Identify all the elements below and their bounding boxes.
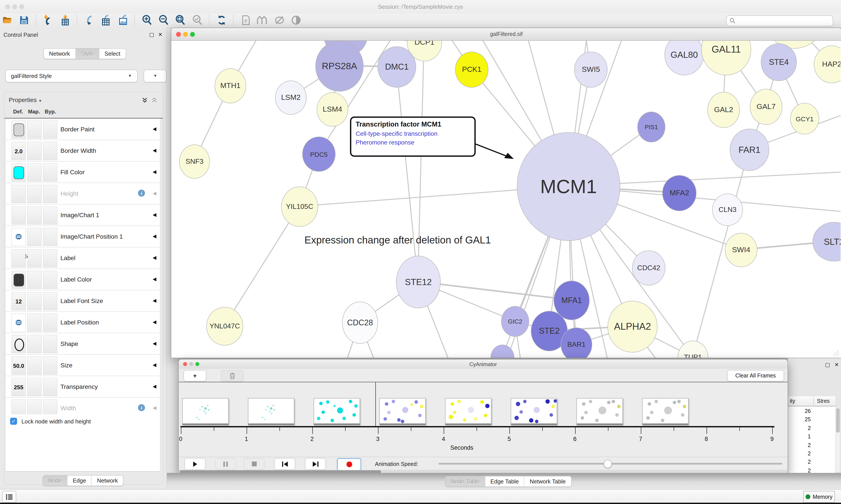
tab-network-table[interactable]: Network Table bbox=[524, 476, 571, 486]
property-row-height[interactable]: Heighti◀ bbox=[6, 183, 160, 204]
export-image-icon[interactable] bbox=[115, 14, 130, 27]
network-node-mfa2[interactable]: MFA2 bbox=[662, 175, 696, 211]
def-cell[interactable] bbox=[12, 271, 26, 289]
def-cell[interactable] bbox=[12, 228, 26, 246]
tab-select[interactable]: Select bbox=[99, 49, 125, 59]
default-value[interactable]: 255 bbox=[12, 384, 25, 391]
tab-edge-table[interactable]: Edge Table bbox=[485, 476, 524, 486]
cyanimator-timeline[interactable]: 0123456789 Seconds bbox=[179, 382, 788, 457]
expand-property-icon[interactable]: ◀ bbox=[153, 233, 156, 239]
def-cell[interactable]: 255 bbox=[12, 378, 26, 396]
network-node-gal2[interactable]: GAL2 bbox=[708, 92, 740, 128]
column-centrality[interactable]: ity bbox=[790, 398, 795, 404]
network-node-gcy1[interactable]: GCY1 bbox=[790, 103, 819, 134]
default-value-swatch[interactable] bbox=[14, 124, 24, 136]
position-icon[interactable] bbox=[15, 319, 22, 326]
network-node-ste12[interactable]: STE12 bbox=[396, 256, 441, 308]
network-node-alpha2[interactable]: ALPHA2 bbox=[608, 301, 658, 353]
network-node-gal7[interactable]: GAL7 bbox=[750, 89, 782, 125]
shape-ellipse-icon[interactable] bbox=[15, 339, 24, 351]
property-row-transparency[interactable]: 255Transparency◀ bbox=[6, 376, 160, 398]
network-node-gic2[interactable]: GIC2 bbox=[501, 306, 529, 337]
expand-property-icon[interactable]: ◀ bbox=[153, 126, 156, 132]
zoom-in-icon[interactable] bbox=[140, 14, 155, 27]
zoom-fit-icon[interactable] bbox=[173, 14, 188, 27]
info-icon[interactable]: i bbox=[138, 404, 145, 411]
animation-speed-slider[interactable] bbox=[439, 463, 782, 465]
byp-cell[interactable] bbox=[43, 313, 57, 332]
property-row-label-color[interactable]: Label Color◀ bbox=[6, 269, 160, 290]
table-scrollbar[interactable] bbox=[836, 407, 840, 472]
network-node-ynl047c[interactable]: YNL047C bbox=[206, 307, 243, 345]
property-row-border-paint[interactable]: Border Paint◀ bbox=[6, 119, 160, 140]
pause-button[interactable] bbox=[215, 458, 236, 470]
property-row-image-chart-1[interactable]: Image/Chart 1◀ bbox=[6, 204, 160, 226]
def-cell[interactable] bbox=[12, 249, 26, 268]
network-node-cdc28[interactable]: CDC28 bbox=[342, 302, 378, 344]
map-cell[interactable] bbox=[27, 249, 42, 268]
expand-property-icon[interactable]: ◀ bbox=[153, 405, 156, 411]
property-row-label[interactable]: ⁞›Label◀ bbox=[6, 247, 160, 269]
network-node-yil105c[interactable]: YIL105C bbox=[281, 186, 318, 227]
style-selector-dropdown[interactable]: galFiltered Style ▼ bbox=[5, 70, 138, 82]
network-node-cdc42[interactable]: CDC42 bbox=[632, 250, 665, 286]
network-node-pdc5[interactable]: PDC5 bbox=[302, 137, 336, 172]
expand-property-icon[interactable]: ◀ bbox=[153, 147, 156, 153]
new-table-icon[interactable] bbox=[99, 14, 113, 27]
byp-cell[interactable] bbox=[43, 271, 57, 289]
float-panel-icon[interactable]: ▢ bbox=[149, 32, 154, 38]
clipboard-icon[interactable] bbox=[238, 14, 253, 27]
resize-grip[interactable] bbox=[833, 350, 839, 356]
frame-thumbnail-7s[interactable] bbox=[642, 398, 688, 425]
clear-all-frames-button[interactable]: Clear All Frames bbox=[727, 370, 784, 381]
byp-cell[interactable] bbox=[43, 249, 57, 268]
byp-cell[interactable] bbox=[43, 185, 57, 203]
network-node-rps28a[interactable]: RPS28A bbox=[315, 41, 363, 91]
default-value-swatch[interactable] bbox=[14, 274, 24, 286]
map-cell[interactable] bbox=[27, 206, 42, 224]
network-node-snf3[interactable]: SNF3 bbox=[179, 144, 210, 179]
tab-node-table[interactable]: Node Table bbox=[446, 476, 485, 486]
skip-to-end-button[interactable] bbox=[305, 458, 326, 470]
network-node-pck1[interactable]: PCK1 bbox=[455, 52, 488, 88]
byp-cell[interactable] bbox=[43, 206, 57, 224]
tab-network[interactable]: Network bbox=[44, 49, 75, 59]
property-row-shape[interactable]: Shape◀ bbox=[6, 333, 160, 355]
expand-property-icon[interactable]: ◀ bbox=[153, 169, 156, 175]
play-button[interactable] bbox=[184, 458, 205, 470]
def-cell[interactable]: 12 bbox=[12, 292, 26, 310]
table-cell-value[interactable]: 26 bbox=[789, 408, 811, 414]
skip-to-start-button[interactable] bbox=[274, 458, 295, 470]
network-node-pis1[interactable]: PIS1 bbox=[637, 112, 665, 142]
network-node-cln3[interactable]: CLN3 bbox=[712, 194, 743, 226]
map-cell[interactable] bbox=[27, 228, 42, 246]
table-cell-value[interactable]: 2 bbox=[789, 459, 811, 465]
network-node-ste4[interactable]: STE4 bbox=[761, 43, 797, 81]
import-network-icon[interactable] bbox=[41, 14, 56, 27]
properties-header-dropdown[interactable]: Properties ▼ bbox=[9, 96, 42, 103]
table-cell-value[interactable]: 2 bbox=[789, 442, 811, 448]
map-cell[interactable] bbox=[27, 163, 42, 182]
cyanimator-titlebar[interactable]: CyAnimator bbox=[179, 360, 788, 369]
map-cell[interactable] bbox=[27, 335, 42, 353]
expand-property-icon[interactable]: ◀ bbox=[153, 191, 156, 196]
default-value[interactable]: 50.0 bbox=[12, 363, 25, 369]
network-node-dmc1[interactable]: DMC1 bbox=[378, 47, 416, 88]
property-row-border-width[interactable]: 2.0Border Width◀ bbox=[6, 140, 160, 162]
def-cell[interactable] bbox=[12, 313, 26, 332]
tab-style[interactable]: Style bbox=[75, 49, 99, 59]
table-cell-value[interactable]: 2 bbox=[789, 425, 811, 431]
zoom-out-icon[interactable] bbox=[156, 14, 171, 27]
tab-network-style[interactable]: Network bbox=[92, 475, 123, 486]
close-panel-icon[interactable]: ✕ bbox=[835, 362, 839, 368]
annotation-box[interactable]: Transcription factor MCM1 Cell-type-spec… bbox=[350, 116, 476, 157]
timeline-playhead[interactable] bbox=[375, 382, 376, 426]
def-cell[interactable]: 2.0 bbox=[12, 142, 26, 160]
map-cell[interactable] bbox=[27, 313, 42, 332]
open-folder-icon[interactable] bbox=[0, 14, 15, 27]
stop-button[interactable] bbox=[244, 458, 265, 470]
def-cell[interactable] bbox=[12, 335, 26, 353]
network-node-mth1[interactable]: MTH1 bbox=[215, 68, 246, 103]
info-icon[interactable]: i bbox=[138, 190, 145, 197]
new-network-icon[interactable] bbox=[82, 14, 96, 27]
